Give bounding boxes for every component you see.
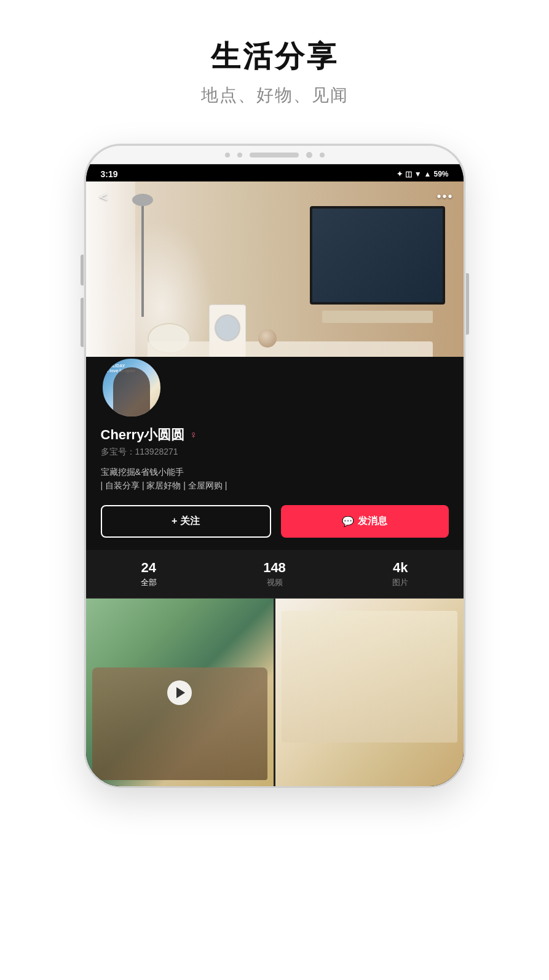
page-title: 生活分享 xyxy=(201,37,349,76)
tv-screen xyxy=(312,209,443,302)
stat-label-all: 全部 xyxy=(91,577,207,588)
wifi-icon: ▼ xyxy=(414,170,422,178)
phone-camera xyxy=(306,152,312,158)
phone-side-button-left1 xyxy=(81,255,84,285)
page-subtitle: 地点、好物、见闻 xyxy=(201,84,349,107)
phone-screen: 3:19 ✦ ◫ ▼ ▲ 59% xyxy=(86,164,464,786)
tv-stand xyxy=(322,311,433,323)
gender-icon: ♀ xyxy=(189,429,197,440)
phone-dot-3 xyxy=(320,153,325,157)
bio-line-1: 宝藏挖掘&省钱小能手 xyxy=(101,465,449,479)
washer-window xyxy=(215,314,240,341)
status-time: 3:19 xyxy=(101,169,118,179)
status-bar: 3:19 ✦ ◫ ▼ ▲ 59% xyxy=(86,164,464,181)
stats-tabs: 24 全部 148 视频 4k 图片 xyxy=(86,550,464,599)
nav-bar: ＜ ••• xyxy=(86,181,464,211)
user-name: Cherry小圆圆 xyxy=(101,426,185,444)
phone-frame-wrapper: 3:19 ✦ ◫ ▼ ▲ 59% xyxy=(84,144,465,788)
avatar-container: HOLIDAYa love to open xyxy=(101,357,449,418)
stat-number-image: 4k xyxy=(342,560,459,576)
user-bio: 宝藏挖掘&省钱小能手 | 自装分享 | 家居好物 | 全屋网购 | xyxy=(101,465,449,493)
floor-lamp xyxy=(141,194,144,317)
phone-speaker xyxy=(250,153,299,157)
stat-label-video: 视频 xyxy=(216,577,333,588)
play-button-1[interactable] xyxy=(167,680,192,705)
stat-tab-video[interactable]: 148 视频 xyxy=(211,550,338,598)
bluetooth-icon: ✦ xyxy=(397,170,403,178)
grid-item-2[interactable] xyxy=(275,599,464,787)
page-header: 生活分享 地点、好物、见闻 xyxy=(201,37,349,107)
signal-icon: ▲ xyxy=(424,170,432,178)
avatar: HOLIDAYa love to open xyxy=(101,357,162,418)
stat-tab-all[interactable]: 24 全部 xyxy=(86,550,212,598)
user-id-value: 113928271 xyxy=(135,447,178,456)
phone-side-button-left2 xyxy=(81,298,84,347)
grid-item-1[interactable] xyxy=(86,599,274,787)
action-buttons: + 关注 💬 发消息 xyxy=(101,505,449,538)
profile-section: HOLIDAYa love to open Cherry小圆圆 ♀ 多宝号：11… xyxy=(86,357,464,550)
user-id-label: 多宝号： xyxy=(101,447,135,456)
content-grid xyxy=(86,599,464,787)
message-label: 发消息 xyxy=(358,515,387,528)
bio-line-2: | 自装分享 | 家居好物 | 全屋网购 | xyxy=(101,479,449,492)
status-icons: ✦ ◫ ▼ ▲ 59% xyxy=(397,170,449,178)
phone-frame: 3:19 ✦ ◫ ▼ ▲ 59% xyxy=(84,144,465,788)
decorative-ball xyxy=(258,329,277,348)
stat-tab-image[interactable]: 4k 图片 xyxy=(338,550,464,598)
user-id: 多宝号：113928271 xyxy=(101,447,449,458)
avatar-person-silhouette xyxy=(113,367,150,416)
phone-top-bar xyxy=(86,146,464,164)
stat-number-all: 24 xyxy=(91,560,207,576)
battery-level: 59% xyxy=(433,170,448,178)
phone-dot-2 xyxy=(237,153,242,157)
phone-dot-1 xyxy=(225,153,230,157)
shelf-decoration xyxy=(282,611,457,743)
user-name-row: Cherry小圆圆 ♀ xyxy=(101,426,449,444)
more-button[interactable]: ••• xyxy=(436,189,453,204)
stat-label-image: 图片 xyxy=(342,577,459,588)
message-icon: 💬 xyxy=(342,516,354,527)
vibrate-icon: ◫ xyxy=(405,170,412,178)
message-button[interactable]: 💬 发消息 xyxy=(281,505,449,538)
play-triangle-icon xyxy=(176,687,185,698)
tv xyxy=(310,206,445,305)
stat-number-video: 148 xyxy=(216,560,333,576)
phone-side-button-right xyxy=(466,273,469,335)
back-button[interactable]: ＜ xyxy=(96,186,111,206)
follow-button[interactable]: + 关注 xyxy=(101,505,271,538)
